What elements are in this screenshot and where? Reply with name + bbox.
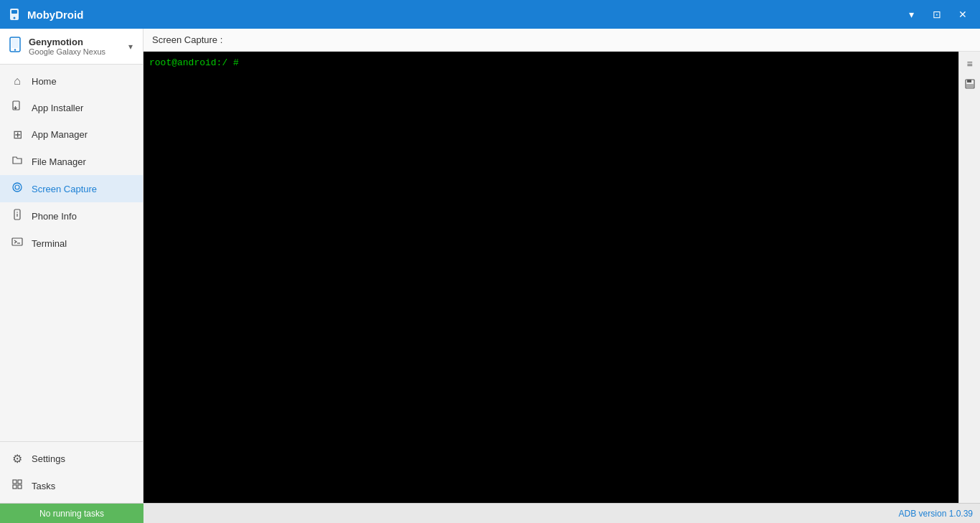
sidebar-item-terminal-label: Terminal xyxy=(32,238,67,249)
sidebar-item-home[interactable]: ⌂ Home xyxy=(0,68,143,94)
settings-icon: ⚙ xyxy=(10,452,24,466)
svg-rect-18 xyxy=(18,485,22,489)
sidebar-item-terminal[interactable]: Terminal xyxy=(0,230,143,257)
svg-rect-17 xyxy=(13,485,17,489)
device-info: Genymotion Google Galaxy Nexus xyxy=(29,37,126,56)
svg-rect-15 xyxy=(13,480,17,484)
device-icon xyxy=(7,37,23,57)
sidebar-item-home-label: Home xyxy=(32,76,57,87)
sidebar-item-phone-info[interactable]: Phone Info xyxy=(0,202,143,230)
sidebar-item-settings-label: Settings xyxy=(32,453,65,464)
title-bar: MobyDroid ▾ ⊡ ✕ xyxy=(0,0,980,29)
app-installer-icon xyxy=(10,100,24,115)
terminal-area[interactable]: root@android:/ # xyxy=(143,52,958,503)
device-header: Genymotion Google Galaxy Nexus ▾ xyxy=(0,29,143,65)
app-icon xyxy=(7,7,22,22)
sidebar-item-phone-info-label: Phone Info xyxy=(32,211,77,222)
maximize-button[interactable]: ⊡ xyxy=(927,4,947,24)
device-model: Google Galaxy Nexus xyxy=(29,47,126,56)
terminal-wrapper: root@android:/ # ≡ xyxy=(143,52,980,503)
sidebar-item-screen-capture[interactable]: Screen Capture xyxy=(0,175,143,202)
sidebar-item-app-manager[interactable]: ⊞ App Manager xyxy=(0,121,143,148)
svg-rect-4 xyxy=(11,39,19,48)
sidebar-item-screen-capture-label: Screen Capture xyxy=(32,184,97,194)
terminal-prompt: root@android:/ # xyxy=(149,57,239,68)
svg-point-2 xyxy=(14,17,16,19)
svg-rect-16 xyxy=(18,480,22,484)
app-title: MobyDroid xyxy=(27,9,83,21)
bottom-nav: ⚙ Settings Tasks xyxy=(0,441,143,503)
sidebar: Genymotion Google Galaxy Nexus ▾ ⌂ Home xyxy=(0,29,143,503)
screen-capture-icon xyxy=(10,182,24,196)
device-name: Genymotion xyxy=(29,37,126,47)
content-area: Screen Capture : root@android:/ # ≡ xyxy=(143,29,980,503)
svg-point-9 xyxy=(15,185,19,189)
file-manager-icon xyxy=(10,154,24,169)
terminal-list-button[interactable]: ≡ xyxy=(962,56,978,72)
device-dropdown-button[interactable]: ▾ xyxy=(126,40,136,53)
svg-point-8 xyxy=(13,183,22,192)
home-icon: ⌂ xyxy=(10,75,24,88)
terminal-icon xyxy=(10,236,24,250)
sidebar-item-tasks[interactable]: Tasks xyxy=(0,472,143,499)
nav-items: ⌂ Home App Installer ⊞ App Manager xyxy=(0,65,143,441)
svg-rect-20 xyxy=(967,80,971,83)
svg-rect-1 xyxy=(11,10,17,14)
adb-version-label: ADB version 1.0.39 xyxy=(899,509,973,519)
content-header: Screen Capture : xyxy=(143,29,980,52)
title-bar-left: MobyDroid xyxy=(7,7,83,22)
minimize-button[interactable]: ▾ xyxy=(901,4,921,24)
phone-info-icon xyxy=(10,209,24,223)
sidebar-item-app-manager-label: App Manager xyxy=(32,129,88,140)
no-tasks-label: No running tasks xyxy=(0,504,143,523)
sidebar-item-tasks-label: Tasks xyxy=(32,481,55,491)
svg-rect-21 xyxy=(966,84,974,88)
terminal-action-sidebar: ≡ xyxy=(958,52,980,503)
sidebar-item-settings[interactable]: ⚙ Settings xyxy=(0,446,143,472)
sidebar-item-app-installer[interactable]: App Installer xyxy=(0,94,143,121)
sidebar-item-file-manager[interactable]: File Manager xyxy=(0,148,143,175)
svg-point-5 xyxy=(14,49,16,50)
app-manager-icon: ⊞ xyxy=(10,128,24,141)
close-button[interactable]: ✕ xyxy=(953,4,973,24)
sidebar-item-app-installer-label: App Installer xyxy=(32,103,83,113)
sidebar-item-file-manager-label: File Manager xyxy=(32,156,86,167)
status-bar: No running tasks ADB version 1.0.39 xyxy=(0,503,980,523)
title-bar-controls: ▾ ⊡ ✕ xyxy=(901,4,973,24)
terminal-save-button[interactable] xyxy=(962,76,978,92)
main-layout: Genymotion Google Galaxy Nexus ▾ ⌂ Home xyxy=(0,29,980,503)
tasks-icon xyxy=(10,479,24,493)
